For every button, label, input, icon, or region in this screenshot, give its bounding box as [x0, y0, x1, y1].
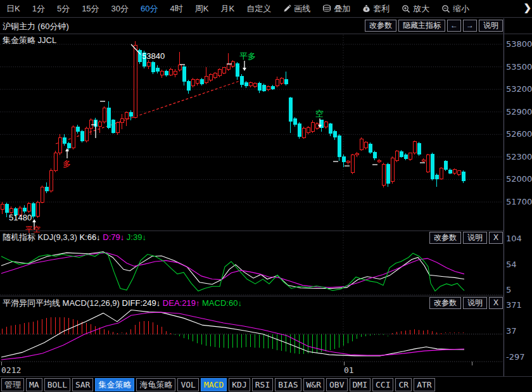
- tab-vol[interactable]: VOL: [177, 378, 198, 391]
- kdj-help-button[interactable]: 说明: [463, 232, 487, 244]
- arrow-left-button[interactable]: ←: [447, 20, 461, 32]
- toolbar-item-label: 日K: [6, 3, 20, 15]
- tab-obv[interactable]: OBV: [326, 378, 347, 391]
- macd-diff-value: DIFF:249↓: [122, 298, 161, 308]
- toolbar-item-zoom-in[interactable]: 放大: [402, 3, 429, 15]
- symbol-bar: 沪铜主力 (60分钟) 改参数 隐藏主指标 ← → 说明: [0, 18, 532, 34]
- symbol-title: 沪铜主力 (60分钟): [3, 21, 69, 32]
- toolbar-item-label: 5分: [57, 3, 70, 15]
- tab-macd[interactable]: MACD: [201, 378, 227, 391]
- toolbar-item-period-month[interactable]: 月K: [220, 3, 234, 15]
- toolbar-item-label: 叠加: [334, 3, 350, 15]
- toolbar-item-overlay[interactable]: 叠加: [322, 3, 350, 15]
- macd-change-params-button[interactable]: 改参数: [429, 297, 461, 309]
- macd-header: 平滑异同平均线 MACD(12,26,9) DIFF:249↓ DEA:219↑…: [3, 298, 242, 309]
- macd-help-button[interactable]: 说明: [463, 297, 487, 309]
- tab-cr[interactable]: CR: [395, 378, 412, 391]
- close-short-signal: 平空: [25, 224, 41, 235]
- toolbar-item-label: 1分: [32, 3, 45, 15]
- hide-main-indicator-button[interactable]: 隐藏主指标: [398, 20, 445, 32]
- toolbar-item-period-custom[interactable]: 自定义: [246, 3, 271, 15]
- kdj-line-d: [1, 253, 464, 288]
- toolbar-item-period-day[interactable]: 日K: [6, 3, 20, 15]
- macd-macd-value: MACD:60↓: [202, 298, 242, 308]
- toolbar-item-label: 周K: [195, 3, 209, 15]
- macd-title: 平滑异同平均线 MACD(12,26,9): [3, 298, 120, 308]
- tab-wr[interactable]: W&R: [303, 378, 324, 391]
- toolbar-item-period-1min[interactable]: 1分: [32, 3, 45, 15]
- toolbar-item-period-15min[interactable]: 15分: [82, 3, 99, 15]
- main-indicator-buttons: 改参数 隐藏主指标 ← → 说明: [365, 20, 503, 32]
- toolbar-item-label: 放大: [413, 3, 429, 15]
- tab-kdj[interactable]: KDJ: [229, 378, 250, 391]
- zoom-in-icon: [402, 4, 410, 13]
- toolbar-item-period-4hour[interactable]: 4时: [170, 3, 183, 15]
- svg-text:¥: ¥: [365, 7, 368, 11]
- close-long-signal: 平多: [239, 51, 256, 62]
- toolbar-item-period-30min[interactable]: 30分: [111, 3, 129, 15]
- signal-markers: [91, 44, 425, 166]
- toolbar-item-period-week[interactable]: 周K: [195, 3, 209, 15]
- toolbar-item-label: 套利: [373, 3, 390, 15]
- short-signal: 空: [315, 108, 324, 120]
- zoom-out-icon: [441, 4, 450, 13]
- low-price-label: 51480: [9, 213, 32, 222]
- toolbar-item-label: 60分: [141, 3, 158, 15]
- toolbar-item-label: 自定义: [246, 3, 271, 15]
- macd-histogram: [2, 317, 464, 354]
- help-button[interactable]: 说明: [479, 20, 503, 32]
- kdj-close-button[interactable]: X: [489, 232, 503, 244]
- toolbar-item-label: 4时: [170, 3, 183, 15]
- toolbar-item-period-5min[interactable]: 5分: [57, 3, 70, 15]
- kdj-k-value: K:66↓: [79, 232, 100, 242]
- toolbar-item-draw-line[interactable]: 画线: [283, 3, 310, 15]
- toolbar-item-label: 画线: [294, 3, 310, 15]
- tab-atr[interactable]: ATR: [414, 378, 434, 391]
- signal-arrow-head: [32, 219, 36, 222]
- tab-ma[interactable]: MA: [26, 378, 42, 391]
- kdj-d-value: D:79↓: [103, 232, 124, 242]
- kdj-change-params-button[interactable]: 改参数: [429, 232, 461, 244]
- strategy-label: 集金策略 JJCL: [3, 35, 56, 46]
- tab-turtle-strategy[interactable]: 海龟策略: [136, 378, 175, 391]
- chevron-right-icon[interactable]: ❯: [523, 2, 531, 13]
- tab-dmi[interactable]: DMI: [350, 378, 370, 391]
- tab-sar[interactable]: SAR: [72, 378, 93, 391]
- kdj-header: 随机指标 KDJ(9,3,3) K:66↓ D:79↓ J:39↓: [3, 232, 146, 243]
- pencil-icon: [283, 4, 291, 13]
- indicator-tab-bar: 管理MABOLLSAR集金策略海龟策略VOLMACDKDJRSIBIASW&RO…: [0, 376, 532, 392]
- coins-icon: [322, 4, 331, 13]
- kdj-buttons: 改参数 说明 X: [429, 232, 503, 244]
- tab-manage[interactable]: 管理: [1, 378, 24, 391]
- tab-rsi[interactable]: RSI: [252, 378, 273, 391]
- toolbar-item-arbitrage[interactable]: ¥套利: [362, 3, 390, 15]
- macd-close-button[interactable]: X: [489, 297, 503, 309]
- toolbar-item-label: 15分: [82, 3, 99, 15]
- signal-arrow-head: [243, 68, 246, 71]
- tab-bias[interactable]: BIAS: [275, 378, 301, 391]
- toolbar-item-zoom-out[interactable]: 缩小: [441, 3, 469, 15]
- candlestick-series: [1, 41, 465, 218]
- macd-buttons: 改参数 说明 X: [429, 297, 503, 309]
- tab-boll[interactable]: BOLL: [44, 378, 70, 391]
- toolbar-item-label: 缩小: [453, 3, 469, 15]
- trading-app-window: 日K1分5分15分30分60分4时周K月K自定义画线叠加¥套利放大缩小 ❯ 沪铜…: [0, 0, 532, 392]
- tab-jijin-strategy[interactable]: 集金策略: [95, 378, 134, 391]
- long-signal: 多: [63, 158, 71, 170]
- arrow-right-button[interactable]: →: [463, 20, 477, 32]
- macd-dea-value: DEA:219↑: [163, 298, 200, 308]
- toolbar-item-label: 30分: [111, 3, 129, 15]
- chart-canvas: [0, 0, 532, 392]
- toolbar-item-period-60min[interactable]: 60分: [141, 3, 158, 15]
- top-toolbar: 日K1分5分15分30分60分4时周K月K自定义画线叠加¥套利放大缩小: [0, 0, 532, 18]
- macd-line-diff: [1, 310, 464, 358]
- moneybag-icon: ¥: [362, 4, 370, 13]
- kdj-j-value: J:39↓: [127, 232, 146, 242]
- toolbar-item-label: 月K: [220, 3, 234, 15]
- high-price-label: 53840: [142, 51, 165, 61]
- change-params-button[interactable]: 改参数: [365, 20, 396, 32]
- tab-cci[interactable]: CCI: [372, 378, 393, 391]
